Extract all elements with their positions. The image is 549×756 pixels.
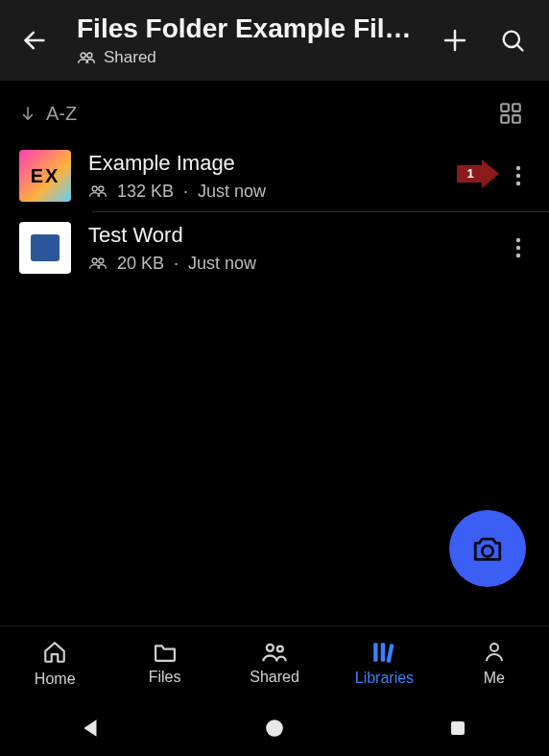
svg-point-20 [516,246,520,250]
file-thumbnail [19,222,71,274]
more-options-button[interactable] [499,157,537,195]
svg-point-1 [81,53,85,58]
camera-fab[interactable] [449,510,526,587]
title-block: Files Folder Example Fil… Shared [65,13,422,67]
svg-point-17 [92,258,97,263]
people-icon [261,642,288,663]
svg-point-24 [267,644,274,650]
back-button[interactable] [12,17,58,63]
svg-point-19 [516,238,520,242]
add-button[interactable] [430,15,480,65]
file-subline: 20 KB · Just now [88,254,482,274]
home-icon [42,640,67,665]
file-meta: Example Image 132 KB · Just now [88,151,482,202]
sort-label: A-Z [46,103,77,125]
svg-point-13 [99,186,104,191]
file-thumbnail: EX [19,150,71,202]
svg-line-6 [517,45,523,51]
tab-label: Libraries [355,670,414,687]
folder-icon [152,642,179,663]
sort-button[interactable]: A-Z [19,103,77,125]
page-title: Files Folder Example Fil… [77,13,422,44]
svg-point-21 [516,254,520,257]
list-item[interactable]: Test Word 20 KB · Just now [0,212,549,283]
svg-point-18 [99,258,104,263]
tab-label: Files [149,669,181,686]
more-options-button[interactable] [499,229,537,267]
file-time: Just now [188,254,256,274]
tab-label: Me [484,670,505,687]
svg-rect-8 [501,104,509,111]
svg-point-12 [92,186,97,191]
library-icon [371,641,396,664]
system-back-button[interactable] [53,709,130,747]
separator: · [174,254,179,274]
separator: · [183,182,188,202]
subtitle-label: Shared [104,48,156,67]
view-toggle-button[interactable] [491,94,530,133]
svg-rect-26 [374,643,378,662]
file-time: Just now [198,182,266,202]
tab-shared[interactable]: Shared [220,642,329,686]
svg-marker-30 [84,719,97,737]
word-doc-icon [31,234,60,261]
svg-rect-32 [451,721,465,735]
svg-point-23 [482,546,492,556]
arrow-down-icon [19,105,36,122]
shared-icon [77,51,96,64]
bottom-tab-bar: Home Files Shared Libraries Me [0,625,549,700]
file-name: Example Image [88,151,482,176]
svg-rect-10 [501,115,509,123]
tab-label: Home [35,671,76,688]
system-recents-button[interactable] [419,709,496,747]
svg-point-31 [266,719,283,737]
search-icon [499,27,526,54]
tab-me[interactable]: Me [440,641,549,687]
arrow-left-icon [21,27,48,54]
system-home-button[interactable] [236,709,313,747]
file-name: Test Word [88,223,482,248]
svg-point-29 [490,644,498,651]
person-icon [483,641,506,664]
file-subline: 132 KB · Just now [88,182,482,202]
more-vertical-icon [515,237,521,258]
more-vertical-icon [515,165,521,186]
square-icon [448,719,467,738]
svg-point-15 [516,174,520,178]
app-bar: Files Folder Example Fil… Shared [0,0,549,81]
camera-icon [471,534,504,563]
grid-icon [498,101,523,126]
svg-rect-27 [381,643,385,662]
svg-point-14 [516,166,520,170]
search-button[interactable] [488,15,537,65]
svg-rect-9 [513,104,520,111]
file-size: 132 KB [117,182,174,202]
tab-files[interactable]: Files [109,642,219,686]
shared-icon [88,184,107,198]
triangle-left-icon [81,718,102,739]
list-item[interactable]: EX Example Image 132 KB · Just now [0,140,549,211]
svg-point-25 [277,646,283,651]
thumbnail-text: EX [31,165,60,187]
shared-icon [88,256,107,270]
subtitle-row: Shared [77,48,422,67]
sort-bar: A-Z [0,86,549,140]
tab-libraries[interactable]: Libraries [329,641,439,687]
file-meta: Test Word 20 KB · Just now [88,223,482,274]
svg-rect-11 [513,115,520,123]
svg-rect-28 [387,644,394,663]
file-size: 20 KB [117,254,164,274]
svg-point-16 [516,182,520,185]
svg-point-2 [87,53,92,58]
tab-home[interactable]: Home [0,640,109,688]
plus-icon [441,26,469,55]
circle-icon [264,718,285,739]
system-nav-bar [0,700,549,756]
tab-label: Shared [250,669,299,686]
